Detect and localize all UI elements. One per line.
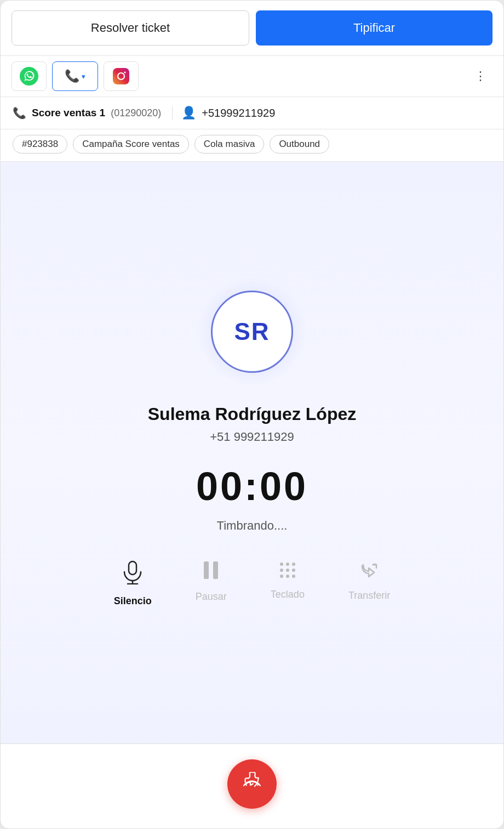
hangup-button[interactable]: [227, 759, 277, 809]
tag-queue[interactable]: Cola masiva: [194, 135, 265, 154]
svg-point-16: [286, 575, 289, 578]
top-actions-bar: Resolver ticket Tipificar: [1, 1, 503, 56]
more-dots-icon: ⋮: [474, 69, 486, 83]
person-icon: 👤: [181, 106, 196, 120]
svg-point-14: [292, 569, 295, 572]
tag-outbound[interactable]: Outbound: [270, 135, 329, 154]
resolver-ticket-button[interactable]: Resolver ticket: [12, 10, 249, 46]
main-card: Resolver ticket Tipificar 📞 ▾: [0, 0, 504, 829]
hangup-section: [1, 743, 503, 828]
call-controls: Silencio Pausar: [114, 560, 390, 607]
tags-row: #923838 Campaña Score ventas Cola masiva…: [1, 129, 503, 162]
queue-phone-icon: 📞: [13, 106, 26, 120]
transfer-icon: [359, 560, 380, 583]
svg-point-0: [20, 67, 38, 86]
info-bar: 📞 Score ventas 1 (01290020) 👤 +519992119…: [1, 97, 503, 129]
queue-id: (01290020): [111, 107, 161, 119]
tag-ticket-id[interactable]: #923838: [13, 135, 67, 154]
tipificar-button[interactable]: Tipificar: [256, 10, 492, 46]
avatar-glow: SR: [197, 277, 307, 387]
transfer-label: Transferir: [348, 590, 390, 601]
channel-bar: 📞 ▾ ⋮: [1, 56, 503, 97]
keypad-label: Teclado: [271, 589, 305, 600]
channel-whatsapp-button[interactable]: [12, 61, 47, 91]
caller-name: Sulema Rodríguez López: [148, 404, 356, 424]
keypad-control[interactable]: Teclado: [271, 560, 305, 607]
more-options-button[interactable]: ⋮: [468, 64, 492, 88]
svg-point-11: [292, 563, 295, 566]
svg-point-10: [286, 563, 289, 566]
queue-name: Score ventas 1: [32, 107, 105, 119]
contact-phone-number: +51999211929: [202, 107, 275, 120]
svg-point-15: [280, 575, 283, 578]
mute-icon: [122, 560, 143, 589]
phone-channel-icon: 📞: [65, 69, 79, 83]
mute-label: Silencio: [114, 595, 152, 607]
phone-chevron-icon: ▾: [82, 72, 85, 81]
svg-rect-4: [129, 561, 136, 575]
svg-point-17: [292, 575, 295, 578]
keypad-icon: [278, 560, 297, 582]
svg-point-3: [124, 72, 126, 73]
contact-phone: 👤 +51999211929: [181, 106, 275, 120]
svg-rect-1: [113, 68, 129, 84]
tag-campaign[interactable]: Campaña Score ventas: [73, 135, 189, 154]
transfer-control[interactable]: Transferir: [348, 560, 390, 607]
mute-control[interactable]: Silencio: [114, 560, 152, 607]
channel-instagram-button[interactable]: [104, 61, 139, 91]
caller-number: +51 999211929: [210, 430, 294, 444]
queue-info: 📞 Score ventas 1 (01290020): [13, 106, 173, 120]
hangup-icon: [240, 772, 264, 797]
svg-point-9: [280, 563, 283, 566]
svg-rect-8: [213, 561, 218, 579]
svg-point-12: [280, 569, 283, 572]
svg-point-13: [286, 569, 289, 572]
avatar: SR: [211, 291, 293, 373]
call-timer: 00:00: [196, 464, 308, 509]
pause-label: Pausar: [196, 591, 227, 603]
pause-icon: [203, 560, 219, 584]
call-area: SR Sulema Rodríguez López +51 999211929 …: [1, 162, 503, 743]
channel-phone-button[interactable]: 📞 ▾: [52, 61, 98, 91]
call-status: Timbrando....: [217, 519, 288, 533]
svg-rect-7: [204, 561, 209, 579]
pause-control[interactable]: Pausar: [196, 560, 227, 607]
